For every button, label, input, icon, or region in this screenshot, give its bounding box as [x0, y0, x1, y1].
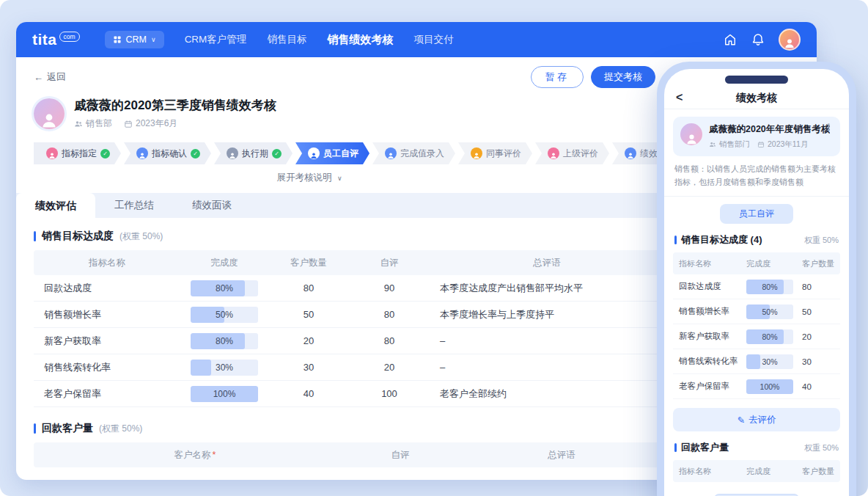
table-header-row: 指标名称 完成度 客户数量 [673, 460, 840, 482]
chevron-down-icon: ∨ [151, 36, 156, 43]
edit-icon: ✎ [738, 415, 745, 426]
column-header-count: 客户数量 [802, 258, 834, 269]
nav-item-sales-goals[interactable]: 销售目标 [267, 33, 306, 46]
customer-count: 50 [268, 309, 349, 320]
step-completion-entry[interactable]: 完成值录入 [372, 142, 455, 164]
date-meta: 2023年6月 [124, 117, 177, 130]
metric-name: 新客户获取率 [34, 335, 180, 348]
stage-badge-row: 员工自评 [664, 204, 849, 224]
column-header-progress: 完成度 [746, 466, 802, 477]
table-row[interactable]: 销售额增长率 50% 50 [673, 299, 840, 324]
go-evaluate-button[interactable]: ✎ 去评价 [673, 408, 840, 431]
toolbar-buttons: 暂存 提交考核 [531, 66, 655, 88]
progress-label: 80% [746, 329, 793, 344]
metric-name: 老客户保留率 [679, 381, 746, 392]
crm-switcher-label: CRM [126, 34, 147, 45]
logo[interactable]: tita com [32, 30, 80, 49]
phone-sales-target-table: 指标名称 完成度 客户数量 回款达成度 80% 80 销售额增长率 [673, 252, 840, 399]
page-background: tita com CRM ∨ CRM客户管理 销售目标 销售绩效考核 项目交付 [0, 0, 868, 496]
bell-icon[interactable] [751, 32, 765, 47]
section-title: 销售目标达成度 (4) [681, 233, 762, 247]
person-icon [385, 147, 397, 159]
column-header-customer-name: 客户名称* [34, 449, 356, 462]
customer-count: 80 [268, 282, 349, 293]
column-header-progress: 完成度 [180, 257, 268, 269]
department-label: 销售部 [86, 117, 112, 130]
metric-name: 新客户获取率 [679, 331, 746, 342]
progress-bar: 100% [191, 386, 258, 402]
department-meta: 销售部门 [709, 139, 750, 150]
customer-count: 20 [268, 335, 349, 346]
nav-item-project-delivery[interactable]: 项目交付 [413, 33, 453, 46]
tab-performance-interview[interactable]: 绩效面谈 [173, 193, 251, 218]
step-metric-assign[interactable]: 指标指定 ✓ [34, 142, 121, 164]
back-chevron-icon[interactable]: < [676, 86, 683, 109]
step-self-review[interactable]: 员工自评 [295, 142, 369, 164]
more-options-icon[interactable]: ⋮ [824, 122, 834, 133]
step-metric-confirm[interactable]: 指标确认 ✓ [124, 142, 211, 164]
review-description: 销售额：以销售人员完成的销售额为主要考核指标，包括月度销售额和季度销售额 [674, 163, 839, 189]
table-row[interactable]: 新客户获取率 80% 20 [673, 324, 840, 349]
expand-description-link[interactable]: 展开考核说明 ∨ [16, 172, 603, 184]
table-row[interactable]: 老客户保留率 100% 40 [673, 374, 840, 399]
org-icon [74, 120, 83, 128]
user-avatar[interactable] [779, 29, 801, 51]
progress-bar: 30% [191, 360, 258, 376]
step-manager-review[interactable]: 上级评价 [535, 142, 609, 164]
nav-item-sales-performance[interactable]: 销售绩效考核 [327, 33, 393, 47]
go-evaluate-label: 去评价 [749, 414, 776, 426]
self-score: 80 [349, 309, 430, 320]
step-label: 上级评价 [563, 147, 598, 160]
customer-count: 80 [802, 282, 834, 291]
section-weight: (权重 50%) [119, 230, 163, 243]
metric-name: 销售线索转化率 [679, 356, 746, 367]
person-icon [136, 147, 148, 159]
progress-bar: 100% [746, 379, 793, 394]
metric-name: 销售线索转化率 [34, 361, 180, 374]
department-label: 销售部门 [719, 139, 750, 150]
column-header-progress: 完成度 [746, 258, 802, 269]
column-header-name: 指标名称 [679, 466, 746, 477]
table-row[interactable]: 销售线索转化率 30% 30 [673, 349, 840, 374]
date-label: 2023年6月 [136, 117, 177, 130]
review-card-meta: 销售部门 2023年11月 [709, 139, 830, 150]
column-header-self: 自评 [356, 449, 444, 462]
stage-badge[interactable]: 员工自评 [720, 204, 793, 224]
table-header-row: 指标名称 完成度 客户数量 [673, 252, 840, 274]
home-icon[interactable] [723, 32, 738, 47]
date-label: 2023年11月 [768, 139, 808, 150]
department-meta: 销售部 [74, 117, 112, 130]
phone-review-card[interactable]: 戚薇薇的2020年年度销售考核 销售部门 2023年11月 ⋮ [673, 117, 840, 156]
chevron-down-icon: ∨ [337, 175, 342, 182]
phone-screen: < 绩效考核 戚薇薇的2020年年度销售考核 销售部门 [664, 69, 849, 496]
customer-header-label: 客户名称 [174, 450, 211, 460]
customer-count: 40 [268, 388, 349, 399]
person-icon [548, 147, 559, 159]
save-draft-button[interactable]: 暂存 [531, 66, 584, 88]
step-peer-review[interactable]: 同事评价 [458, 142, 532, 164]
phone-section-sales-target: 销售目标达成度 (4) 权重 50% [674, 233, 839, 247]
metric-name: 销售额增长率 [679, 306, 746, 317]
section-title: 回款客户量 [681, 441, 729, 454]
tab-work-summary[interactable]: 工作总结 [95, 193, 173, 218]
review-meta: 销售部 2023年6月 [74, 117, 276, 130]
person-icon [227, 147, 238, 159]
nav-item-crm-customers[interactable]: CRM客户管理 [185, 33, 247, 46]
step-label: 指标确认 [152, 147, 187, 160]
metric-name: 老客户保留率 [34, 387, 180, 401]
step-label: 员工自评 [323, 147, 358, 160]
table-row[interactable]: 回款达成度 80% 80 [673, 274, 840, 299]
progress-label: 50% [191, 307, 258, 323]
step-execution-period[interactable]: 执行期 ✓ [214, 142, 293, 164]
back-button[interactable]: ← 返回 [34, 70, 66, 84]
progress-bar: 80% [191, 280, 258, 296]
customer-count: 50 [802, 307, 834, 316]
submit-review-button[interactable]: 提交考核 [591, 66, 655, 88]
crm-app-switcher[interactable]: CRM ∨ [105, 31, 164, 48]
progress-label: 50% [746, 304, 793, 319]
step-label: 指标指定 [62, 147, 97, 160]
customer-count: 40 [802, 382, 834, 391]
section-weight: (权重 50%) [99, 423, 142, 435]
tab-performance-evaluation[interactable]: 绩效评估 [16, 193, 95, 218]
column-header-name: 指标名称 [34, 257, 180, 269]
